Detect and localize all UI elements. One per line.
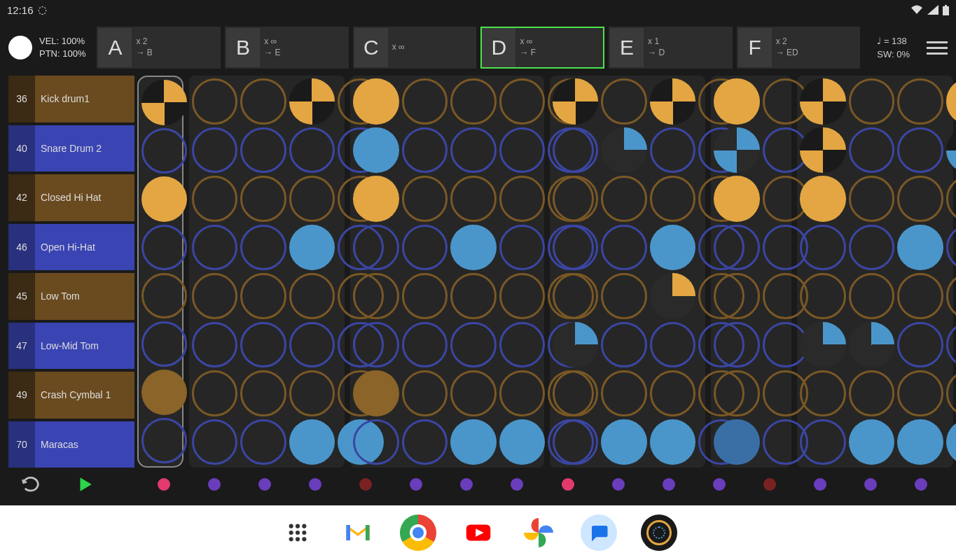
step-cell[interactable] xyxy=(141,321,187,367)
step-cell[interactable] xyxy=(601,322,647,368)
step-cell[interactable] xyxy=(849,370,895,416)
step-dot[interactable] xyxy=(663,478,675,491)
step-cell[interactable] xyxy=(353,273,399,319)
step-cell[interactable] xyxy=(650,225,696,271)
step-cell[interactable] xyxy=(402,225,448,271)
step-dot[interactable] xyxy=(915,478,927,491)
step-cell[interactable] xyxy=(289,78,335,125)
step-cell[interactable] xyxy=(650,322,696,368)
step-cell[interactable] xyxy=(553,176,599,222)
step-cell[interactable] xyxy=(897,176,943,222)
step-cell[interactable] xyxy=(800,370,846,416)
step-dot[interactable] xyxy=(814,478,826,491)
step-cell[interactable] xyxy=(141,176,187,222)
step-dot[interactable] xyxy=(309,478,321,491)
step-cell[interactable] xyxy=(240,78,286,125)
step-cell[interactable] xyxy=(240,419,286,465)
step-cell[interactable] xyxy=(650,370,696,416)
loop-button[interactable] xyxy=(21,475,41,494)
step-cell[interactable] xyxy=(849,78,895,125)
step-cell[interactable] xyxy=(353,127,399,174)
menu-button[interactable] xyxy=(927,41,948,55)
step-cell[interactable] xyxy=(849,127,895,174)
step-dot[interactable] xyxy=(864,478,877,491)
track-label[interactable]: 36Kick drum1 xyxy=(8,76,134,122)
step-cell[interactable] xyxy=(289,322,335,368)
step-cell[interactable] xyxy=(601,225,647,271)
track-label[interactable]: 45Low Tom xyxy=(8,273,134,320)
step-cell[interactable] xyxy=(800,322,846,368)
step-cell[interactable] xyxy=(450,78,497,125)
step-cell[interactable] xyxy=(192,322,238,368)
step-dot[interactable] xyxy=(511,478,523,491)
step-dot[interactable] xyxy=(763,478,776,491)
step-cell[interactable] xyxy=(240,176,286,222)
step-cell[interactable] xyxy=(353,225,399,271)
step-dot[interactable] xyxy=(258,478,271,491)
step-cell[interactable] xyxy=(849,322,895,368)
step-cell[interactable] xyxy=(714,273,760,319)
step-cell[interactable] xyxy=(553,225,599,271)
step-cell[interactable] xyxy=(946,419,956,465)
step-cell[interactable] xyxy=(650,176,696,222)
step-cell[interactable] xyxy=(450,225,497,271)
step-cell[interactable] xyxy=(714,127,760,174)
step-cell[interactable] xyxy=(897,127,943,174)
pattern-tab-e[interactable]: Ex 1→ D xyxy=(609,27,733,69)
step-cell[interactable] xyxy=(499,419,546,465)
step-cell[interactable] xyxy=(141,418,187,463)
play-button[interactable] xyxy=(76,475,94,493)
step-cell[interactable] xyxy=(402,176,448,222)
step-cell[interactable] xyxy=(499,273,546,319)
step-cell[interactable] xyxy=(800,419,846,465)
step-cell[interactable] xyxy=(141,128,187,174)
step-cell[interactable] xyxy=(714,225,760,271)
pattern-tab-c[interactable]: Cx ∞ xyxy=(353,27,477,69)
step-cell[interactable] xyxy=(192,78,238,125)
step-cell[interactable] xyxy=(402,370,448,416)
step-dot[interactable] xyxy=(612,478,625,491)
step-cell[interactable] xyxy=(289,419,335,465)
step-cell[interactable] xyxy=(714,322,760,368)
step-dot[interactable] xyxy=(460,478,473,491)
step-cell[interactable] xyxy=(240,273,286,319)
step-cell[interactable] xyxy=(946,127,956,174)
step-cell[interactable] xyxy=(650,273,696,319)
gmail-icon[interactable] xyxy=(340,514,376,551)
step-cell[interactable] xyxy=(141,370,187,415)
step-cell[interactable] xyxy=(897,419,943,465)
chrome-icon[interactable] xyxy=(400,514,436,551)
step-cell[interactable] xyxy=(714,370,760,416)
step-cell[interactable] xyxy=(402,127,448,174)
step-cell[interactable] xyxy=(402,273,448,319)
step-cell[interactable] xyxy=(800,78,846,125)
step-cell[interactable] xyxy=(192,176,238,222)
step-cell[interactable] xyxy=(240,127,286,174)
step-cell[interactable] xyxy=(402,322,448,368)
pattern-tab-b[interactable]: Bx ∞→ E xyxy=(225,27,349,69)
step-cell[interactable] xyxy=(141,225,187,270)
step-cell[interactable] xyxy=(897,78,943,125)
step-cell[interactable] xyxy=(192,225,238,271)
step-cell[interactable] xyxy=(897,273,943,319)
step-cell[interactable] xyxy=(289,225,335,271)
step-dot[interactable] xyxy=(410,478,422,491)
step-cell[interactable] xyxy=(800,273,846,319)
step-cell[interactable] xyxy=(450,127,497,174)
step-cell[interactable] xyxy=(553,419,599,465)
step-cell[interactable] xyxy=(553,127,599,174)
step-cell[interactable] xyxy=(353,370,399,416)
step-cell[interactable] xyxy=(289,370,335,416)
step-cell[interactable] xyxy=(800,176,846,222)
apps-icon[interactable] xyxy=(279,514,316,551)
step-cell[interactable] xyxy=(897,225,943,271)
photos-icon[interactable] xyxy=(520,514,557,551)
step-cell[interactable] xyxy=(240,225,286,271)
track-label[interactable]: 49Crash Cymbal 1 xyxy=(8,372,134,419)
step-cell[interactable] xyxy=(946,78,956,125)
step-cell[interactable] xyxy=(353,176,399,222)
step-cell[interactable] xyxy=(192,127,238,174)
step-cell[interactable] xyxy=(353,419,399,465)
track-label[interactable]: 42Closed Hi Hat xyxy=(8,174,134,221)
step-dot[interactable] xyxy=(713,478,726,491)
